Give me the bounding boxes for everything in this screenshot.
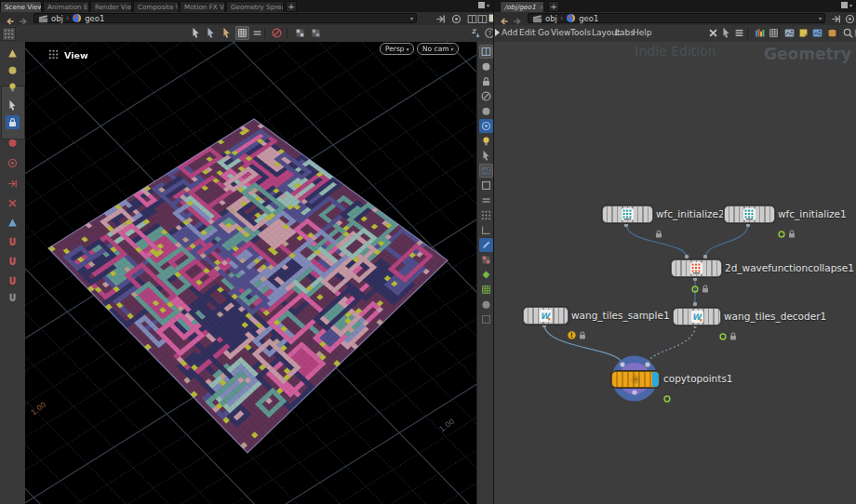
lock-flag-icon[interactable] — [579, 325, 586, 343]
output-flag-icon[interactable] — [719, 326, 727, 344]
snap-point-icon[interactable] — [6, 255, 20, 269]
menu-help[interactable]: Help — [633, 28, 652, 37]
node-body[interactable] — [724, 206, 775, 223]
chevron-down-icon[interactable]: ▾ — [410, 15, 413, 21]
sort-icon[interactable] — [468, 26, 482, 40]
pin-pane-icon[interactable] — [829, 12, 843, 26]
rail-bulb-icon-6[interactable] — [479, 134, 493, 148]
handles-mode-icon[interactable] — [220, 26, 234, 40]
node-body[interactable] — [671, 259, 722, 277]
back-button[interactable] — [499, 13, 510, 24]
breadcrumb-root[interactable]: obj — [545, 14, 557, 23]
new-tab-button[interactable]: + — [548, 1, 559, 12]
tab-scene-view[interactable]: Scene View × — [0, 1, 42, 12]
shade-mode-icon[interactable] — [293, 26, 307, 40]
rail-panes-icon-0[interactable] — [479, 45, 493, 59]
select-tool-icon[interactable] — [6, 99, 20, 113]
tab-animation-editor[interactable]: Animation Editor × — [43, 1, 89, 12]
color-palette-icon[interactable] — [753, 26, 767, 40]
lock-flag-icon[interactable] — [729, 326, 737, 344]
pin-pane-icon[interactable] — [434, 12, 448, 26]
tab-motion-fx-view[interactable]: Motion FX View × — [180, 1, 225, 12]
breadcrumb-leaf[interactable]: geo1 — [85, 14, 104, 23]
background-image-icon[interactable] — [782, 26, 796, 40]
tab-composite-view[interactable]: Composite View × — [133, 1, 179, 12]
persp-camera-button[interactable]: Persp ▾ — [380, 43, 414, 55]
rail-ball-icon-17[interactable] — [479, 298, 493, 312]
rail-ball-icon-4[interactable] — [479, 104, 493, 118]
rail-target-icon-5[interactable] — [479, 119, 493, 133]
menu-tools[interactable]: Tools — [570, 28, 591, 37]
breadcrumb-leaf[interactable]: geo1 — [579, 14, 598, 23]
forward-button[interactable] — [18, 13, 29, 24]
rail-pencil-icon-13[interactable] — [479, 238, 493, 252]
lock-flag-icon[interactable] — [655, 224, 662, 242]
delete-tool-icon[interactable] — [6, 196, 20, 210]
toolbar-drag-handle[interactable] — [2, 27, 16, 41]
rail-diamond-icon-15[interactable] — [479, 268, 493, 282]
output-flag-icon[interactable] — [778, 224, 785, 242]
sticky-note-icon[interactable] — [796, 26, 810, 40]
snapshot-icon[interactable] — [810, 26, 824, 40]
select-mode-icon[interactable] — [189, 26, 203, 40]
menu-edit[interactable]: Edit — [519, 28, 535, 37]
forward-button[interactable] — [512, 13, 523, 24]
pane-menu-button[interactable]: ▾ — [841, 2, 852, 8]
warning-flag-icon[interactable] — [568, 325, 576, 343]
rail-cursor-icon-7[interactable] — [479, 149, 493, 163]
rail-box-icon-9[interactable] — [479, 179, 493, 192]
secure-selection-lock-icon[interactable] — [6, 115, 20, 129]
back-button[interactable] — [5, 13, 16, 24]
viewport-canvas[interactable] — [25, 42, 476, 504]
rail-lock-icon-2[interactable] — [479, 74, 493, 88]
snap-prim-icon[interactable] — [6, 274, 20, 288]
node-body[interactable] — [611, 371, 660, 388]
lock-flag-icon[interactable] — [702, 279, 709, 297]
paint-tool-icon[interactable] — [6, 216, 20, 230]
pose-tool-icon[interactable] — [6, 136, 20, 150]
tab-render-view[interactable]: Render View × — [90, 1, 132, 12]
menu-go[interactable]: Go — [538, 28, 549, 37]
pin-tool-icon[interactable] — [6, 177, 20, 191]
tools-icon[interactable] — [706, 26, 720, 40]
menu-add[interactable]: Add — [502, 28, 517, 37]
breadcrumb-root[interactable]: obj — [51, 14, 63, 23]
menu-view[interactable]: View — [551, 28, 570, 37]
path-breadcrumb[interactable]: obj › geo1 ▾ — [528, 13, 825, 23]
tab-geometry-spreadsheet[interactable]: Geometry Spreadsheet × — [226, 1, 284, 12]
rail-eq-icon-10[interactable] — [479, 193, 493, 207]
rail-corner-icon-12[interactable] — [479, 223, 493, 237]
link-pane-icon[interactable] — [449, 12, 463, 26]
transform-tool-icon[interactable] — [6, 156, 20, 170]
snap-multi-icon[interactable] — [6, 291, 20, 305]
output-flag-icon[interactable] — [691, 279, 699, 297]
pane-menu-button[interactable]: ▾ — [478, 2, 489, 8]
output-flag-icon[interactable] — [663, 389, 671, 406]
pane-splitter-arrow[interactable] — [495, 29, 500, 36]
lamp-icon[interactable] — [6, 46, 20, 60]
select-visible-icon[interactable] — [250, 26, 264, 40]
secure-selection-icon[interactable] — [235, 26, 249, 40]
network-editor[interactable]: Indie Edition Geometry — [494, 42, 856, 504]
rail-check-icon-14[interactable] — [479, 253, 493, 267]
occlusion-icon[interactable] — [270, 26, 284, 40]
rail-dots-icon-11[interactable] — [479, 208, 493, 222]
ambient-light-icon[interactable] — [6, 63, 20, 77]
rail-grid9-icon-16[interactable] — [479, 283, 493, 297]
node-select-icon[interactable] — [719, 26, 733, 40]
node-body[interactable]: W — [673, 308, 721, 325]
snap-grid-icon[interactable] — [6, 235, 20, 249]
chevron-down-icon[interactable]: ▾ — [819, 15, 822, 21]
rail-photo-icon-8[interactable] — [479, 164, 493, 178]
path-breadcrumb[interactable]: obj › geo1 ▾ — [33, 13, 417, 23]
wire-shade-icon[interactable] — [309, 26, 323, 40]
translate-mode-icon[interactable] — [204, 26, 218, 40]
lock-flag-icon[interactable] — [788, 224, 796, 242]
scene-viewport[interactable]: View Persp ▾ No cam ▾ — [25, 42, 476, 504]
overview-icon[interactable] — [852, 26, 856, 40]
no-cam-button[interactable]: No cam ▾ — [417, 43, 459, 55]
light-icon[interactable] — [6, 80, 20, 94]
parameter-list-icon[interactable] — [732, 26, 746, 40]
rail-ball-icon-1[interactable] — [479, 60, 493, 73]
rail-box-icon-18[interactable] — [479, 312, 493, 326]
